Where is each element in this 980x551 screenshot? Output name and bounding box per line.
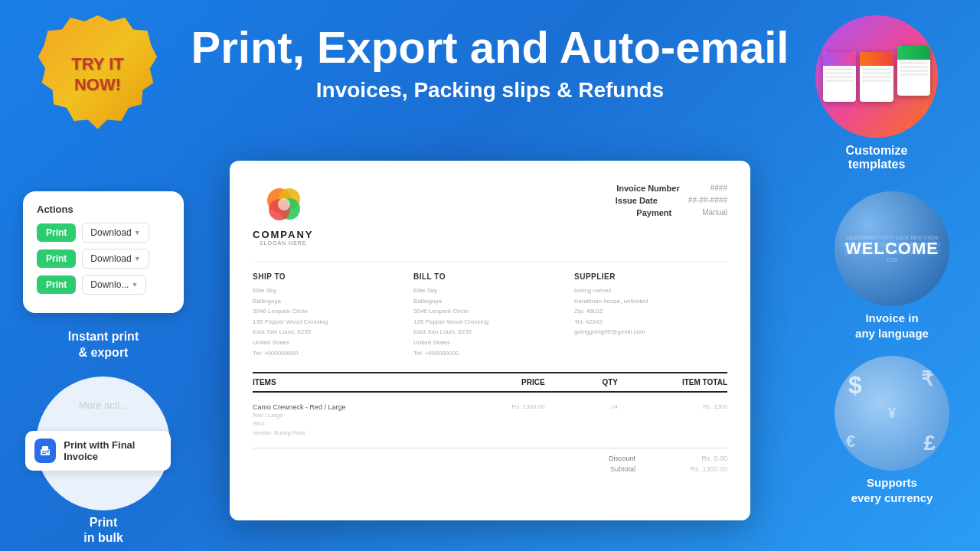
svg-rect-6 — [42, 446, 48, 450]
svg-rect-8 — [42, 453, 46, 454]
invoice-number-val: #### — [710, 184, 727, 193]
svg-point-9 — [47, 450, 49, 452]
invoice-item-row: Camo Crewneck - Red / Large Red / Large … — [253, 400, 727, 440]
language-label: Invoice inany language — [855, 311, 929, 341]
company-logo-icon — [260, 184, 306, 226]
try-it-now-badge[interactable]: TRY ITNOW! — [38, 15, 157, 134]
language-circle: VALKOMMEN VITETI CADE BEM VINDA BIENVENU… — [835, 191, 949, 306]
ship-to-block: SHIP TO Elite Sky Ballingnya 3046 Leopar… — [253, 272, 406, 358]
download-button-3[interactable]: Downlo... ▼ — [82, 275, 146, 295]
action-row-1: Print Download ▼ — [37, 223, 170, 243]
ship-to-title: SHIP TO — [253, 272, 406, 281]
supplier-title: SUPPLIER — [574, 272, 727, 281]
action-row-2: Print Download ▼ — [37, 249, 170, 269]
template-preview — [815, 15, 938, 138]
language-feature: VALKOMMEN VITETI CADE BEM VINDA BIENVENU… — [835, 191, 949, 341]
print-icon — [34, 439, 57, 463]
item-price: Rs. 1300.00 — [435, 403, 544, 410]
col-total: ITEM TOTAL — [618, 378, 727, 386]
subtotal-label: Subtotal — [610, 465, 635, 473]
invoice-table-header: ITEMS PRICE QTY ITEM TOTAL — [253, 372, 727, 393]
print-button-1[interactable]: Print — [37, 223, 76, 242]
actions-title: Actions — [37, 204, 170, 215]
badge-text: TRY ITNOW! — [71, 54, 123, 95]
bill-to-block: BILL TO Elite Sky Ballingnya 3046 Leopar… — [413, 272, 567, 358]
chevron-down-icon-3: ▼ — [131, 281, 138, 289]
col-items: ITEMS — [253, 378, 435, 386]
invoice-mockup: COMPANY SLOGAN HERE Invoice Number #### … — [230, 161, 750, 520]
template-card-1 — [823, 52, 856, 102]
instant-print-label: Instant print& export — [68, 329, 139, 361]
payment-val: Manual — [702, 208, 727, 217]
item-qty: x4 — [545, 403, 618, 410]
print-final-text: Print with Final Invoice — [64, 439, 161, 462]
supplier-block: SUPPLIER boring names Kandiman house, un… — [574, 272, 727, 358]
currency-circle: $ ₹ € £ ¥ — [835, 356, 949, 471]
welcome-text: WELCOME — [845, 239, 939, 259]
invoice-addresses: SHIP TO Elite Sky Ballingnya 3046 Leopar… — [253, 261, 727, 358]
svg-point-4 — [278, 198, 290, 210]
invoice-number-label: Invoice Number — [616, 184, 680, 193]
svg-rect-7 — [42, 452, 48, 452]
print-bulk-label: Printin bulk — [83, 515, 123, 547]
right-panel: VALKOMMEN VITETI CADE BEM VINDA BIENVENU… — [835, 191, 949, 520]
company-name: COMPANY — [253, 229, 313, 240]
download-button-1[interactable]: Download ▼ — [82, 223, 149, 243]
item-desc: Camo Crewneck - Red / Large Red / Large … — [253, 403, 435, 437]
chevron-down-icon-2: ▼ — [134, 255, 141, 262]
col-price: PRICE — [435, 378, 544, 386]
invoice-header: COMPANY SLOGAN HERE Invoice Number #### … — [253, 184, 727, 246]
chevron-down-icon: ▼ — [134, 229, 141, 236]
customize-templates-section: Customizetemplates — [815, 15, 938, 138]
template-card-3 — [897, 46, 930, 96]
payment-label: Payment — [636, 208, 671, 217]
left-panel: Actions Print Download ▼ Print Download … — [23, 191, 184, 546]
print-button-3[interactable]: Print — [37, 276, 76, 294]
print-button-2[interactable]: Print — [37, 249, 76, 268]
action-row-3: Print Downlo... ▼ — [37, 275, 170, 295]
company-slogan: SLOGAN HERE — [260, 240, 307, 246]
item-total: Rs. 1300 — [618, 403, 727, 410]
invoice-totals: Discount Rs. 0.00 Subtotal Rs. 1300.00 — [253, 448, 727, 473]
template-card-2 — [860, 52, 893, 102]
customize-templates-label: Customizetemplates — [815, 144, 938, 171]
currency-label: Supportsevery currency — [851, 475, 933, 505]
discount-label: Discount — [609, 455, 635, 462]
subtotal-row: Subtotal Rs. 1300.00 — [253, 465, 727, 473]
discount-row: Discount Rs. 0.00 — [253, 455, 727, 462]
bill-to-title: BILL TO — [413, 272, 567, 281]
more-actions-placeholder: More acti... — [79, 399, 128, 411]
invoice-logo-area: COMPANY SLOGAN HERE — [253, 184, 313, 246]
discount-val: Rs. 0.00 — [681, 455, 727, 462]
currency-feature: $ ₹ € £ ¥ Supportsevery currency — [835, 356, 949, 505]
print-final-invoice-button[interactable]: Print with Final Invoice — [25, 431, 171, 471]
customize-circle — [815, 15, 938, 138]
invoice-meta: Invoice Number #### Issue Date ##-##-###… — [616, 184, 727, 220]
download-button-2[interactable]: Download ▼ — [82, 249, 149, 269]
issue-date-label: Issue Date — [616, 196, 658, 205]
actions-card: Actions Print Download ▼ Print Download … — [23, 191, 184, 313]
issue-date-val: ##-##-#### — [688, 196, 727, 205]
subtotal-val: Rs. 1300.00 — [681, 465, 727, 473]
col-qty: QTY — [545, 378, 618, 386]
